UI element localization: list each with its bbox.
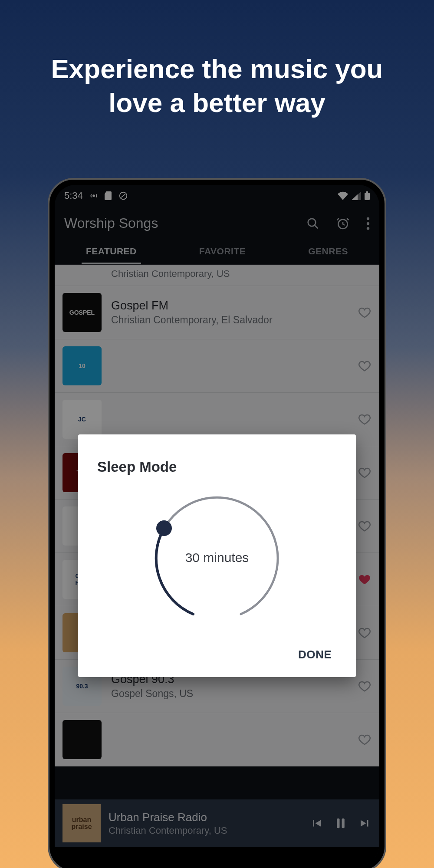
svg-point-0 (93, 195, 95, 197)
station-subtitle: Christian Contemporary, El Salvador (111, 314, 358, 326)
svg-rect-9 (337, 819, 339, 829)
station-title: Gospel FM (111, 299, 358, 312)
pause-icon[interactable] (334, 816, 347, 831)
now-playing-title: Urban Praise Radio (108, 811, 310, 824)
heart-icon[interactable] (358, 626, 372, 639)
marketing-headline: Experience the music you love a better w… (22, 52, 412, 119)
station-thumb: JC (62, 400, 102, 439)
now-playing-bar[interactable]: urban praise Urban Praise Radio Christia… (55, 799, 379, 847)
heart-icon[interactable] (358, 359, 372, 372)
list-item[interactable]: 10 (55, 339, 379, 393)
heart-icon[interactable] (358, 466, 372, 479)
more-icon[interactable] (366, 217, 370, 230)
heart-icon[interactable] (358, 413, 372, 426)
search-icon[interactable] (306, 217, 319, 230)
previous-icon[interactable] (310, 817, 323, 830)
signal-icon (352, 191, 361, 200)
sleep-dial[interactable]: 30 minutes (148, 488, 286, 627)
station-thumb: GOSPEL (62, 293, 102, 332)
tabs: FEATURED FAVORITE GENRES (55, 239, 379, 265)
now-playing-thumb: urban praise (62, 804, 101, 842)
list-item[interactable] (55, 713, 379, 766)
station-thumb: 10 (62, 346, 102, 385)
status-bar: 5:34 (55, 185, 379, 207)
svg-point-4 (308, 218, 316, 226)
svg-rect-10 (342, 819, 345, 829)
dnd-icon (118, 191, 128, 201)
svg-point-7 (367, 222, 369, 224)
app-title: Worship Songs (64, 215, 158, 231)
svg-rect-3 (366, 191, 368, 193)
svg-rect-2 (365, 193, 370, 200)
wifi-icon (338, 191, 348, 200)
svg-point-6 (367, 217, 369, 220)
svg-point-11 (156, 520, 172, 536)
next-icon[interactable] (358, 817, 372, 830)
heart-icon[interactable] (358, 519, 372, 533)
heart-icon[interactable] (358, 306, 372, 319)
svg-point-8 (367, 227, 369, 230)
tab-genres[interactable]: GENRES (304, 239, 352, 264)
heart-icon[interactable] (358, 680, 372, 693)
broadcast-icon (89, 191, 99, 201)
list-item-peek: Christian Contemporary, US (55, 265, 379, 286)
status-time: 5:34 (64, 190, 83, 201)
sleep-mode-dialog: Sleep Mode 30 minutes DONE (78, 434, 356, 677)
sd-card-icon (105, 191, 112, 200)
dial-value: 30 minutes (185, 550, 249, 565)
phone-screen: 5:34 (55, 185, 379, 865)
tab-favorite[interactable]: FAVORITE (195, 239, 250, 264)
station-subtitle: Gospel Songs, US (111, 688, 358, 700)
heart-icon[interactable] (358, 733, 372, 746)
alarm-icon[interactable] (336, 217, 350, 230)
now-playing-subtitle: Christian Contemporary, US (108, 825, 310, 836)
done-button[interactable]: DONE (293, 644, 337, 665)
phone-frame: 5:34 (48, 178, 386, 868)
dialog-title: Sleep Mode (97, 459, 337, 475)
list-item[interactable]: GOSPELGospel FMChristian Contemporary, E… (55, 286, 379, 339)
tab-featured[interactable]: FEATURED (82, 239, 141, 264)
station-thumb (62, 720, 102, 759)
app-header: Worship Songs (55, 207, 379, 239)
battery-icon (365, 191, 370, 200)
heart-filled-icon[interactable] (358, 573, 372, 586)
android-nav-bar (55, 847, 379, 865)
